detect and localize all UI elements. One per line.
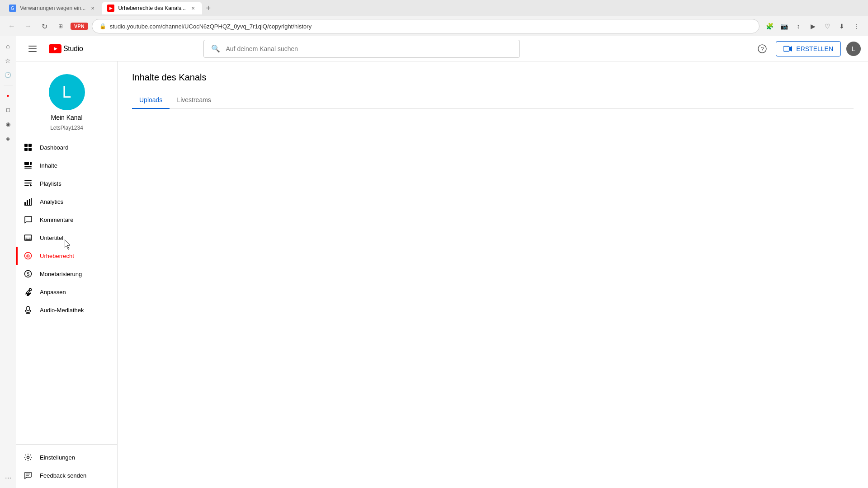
sync-icon[interactable]: ↕ (792, 20, 805, 33)
svg-text:©: © (26, 253, 30, 259)
play-icon[interactable]: ▶ (807, 20, 819, 33)
new-tab-button[interactable]: + (202, 2, 215, 14)
sidebar-divider (4, 85, 13, 85)
search-icon: 🔍 (211, 44, 220, 53)
nav-label-urheberrecht: Urheberrecht (40, 253, 74, 259)
yt-header: Studio 🔍 ? ERSTELLEN (16, 36, 868, 61)
header-search: 🔍 (203, 40, 520, 58)
svg-rect-7 (783, 46, 789, 51)
browser-tab-1[interactable]: G Verwarnungen wegen ein... ✕ (4, 2, 102, 14)
extensions-button[interactable]: ⊞ (54, 20, 67, 33)
tab-close-2[interactable]: ✕ (189, 5, 197, 12)
nav-item-inhalte[interactable]: Inhalte (16, 156, 117, 174)
svg-rect-19 (24, 185, 29, 186)
svg-point-34 (29, 289, 32, 291)
channel-avatar[interactable]: L (49, 74, 85, 110)
create-label: ERSTELLEN (796, 45, 833, 52)
menu-icon[interactable]: ⋮ (850, 20, 863, 33)
page-content: Inhalte des Kanals Uploads Livestreams (118, 61, 868, 488)
svg-rect-18 (24, 183, 32, 183)
nav-label-monetarisierung: Monetarisierung (40, 271, 82, 277)
monetarisierung-icon: $ (24, 269, 33, 278)
browser-sidebar-bottom[interactable]: ⋯ (2, 472, 14, 484)
studio-text: Studio (63, 45, 83, 53)
nav-item-analytics[interactable]: Analytics (16, 192, 117, 211)
back-button[interactable]: ← (5, 20, 18, 33)
svg-rect-23 (29, 199, 30, 205)
extensions-icon[interactable]: 🧩 (763, 20, 776, 33)
nav-item-anpassen[interactable]: Anpassen (16, 283, 117, 301)
heart-icon[interactable]: ♡ (821, 20, 834, 33)
browser-sidebar-home[interactable]: ⌂ (2, 40, 14, 52)
nav-label-kommentare: Kommentare (40, 216, 73, 223)
browser-sidebar-instagram[interactable]: ◻ (2, 103, 14, 116)
tab-close-1[interactable]: ✕ (89, 5, 96, 12)
nav-item-audio-mediathek[interactable]: Audio-Mediathek (16, 301, 117, 319)
nav-item-einstellungen[interactable]: Einstellungen (16, 448, 117, 466)
nav-item-urheberrecht[interactable]: © Urheberrecht (16, 247, 117, 265)
analytics-icon (24, 197, 33, 206)
nav-item-dashboard[interactable]: Dashboard (16, 138, 117, 156)
user-avatar[interactable]: L (846, 42, 861, 56)
browser-chrome: G Verwarnungen wegen ein... ✕ ▶ Urheberr… (0, 0, 868, 37)
audio-mediathek-icon (24, 305, 33, 314)
svg-rect-15 (24, 166, 32, 167)
header-right: ? ERSTELLEN L (754, 41, 861, 57)
nav-item-feedback[interactable]: Feedback senden (16, 466, 117, 484)
create-button[interactable]: ERSTELLEN (776, 41, 841, 56)
search-input[interactable] (226, 45, 512, 52)
forward-button[interactable]: → (22, 20, 34, 33)
address-bar[interactable]: 🔒 studio.youtube.com/channel/UCocN6zQPHQ… (92, 19, 760, 33)
tab-favicon-1: G (9, 5, 16, 12)
svg-rect-13 (24, 162, 29, 165)
nav-label-analytics: Analytics (40, 198, 63, 205)
nav-item-monetarisierung[interactable]: $ Monetarisierung (16, 265, 117, 283)
content-area (132, 120, 854, 300)
yt-studio-logo[interactable]: Studio (49, 44, 83, 53)
svg-rect-1 (28, 48, 37, 49)
search-box[interactable]: 🔍 (203, 40, 520, 58)
sidebar-nav: L Mein Kanal LetsPlay1234 (16, 61, 118, 488)
nav-label-feedback: Feedback senden (40, 472, 86, 479)
nav-item-kommentare[interactable]: Kommentare (16, 211, 117, 229)
kommentare-icon (24, 215, 33, 224)
svg-rect-22 (27, 200, 28, 205)
svg-point-38 (27, 456, 29, 459)
hamburger-button[interactable] (24, 40, 42, 58)
svg-rect-27 (25, 238, 28, 239)
nav-label-untertitel: Untertitel (40, 235, 63, 241)
browser-sidebar-notifications[interactable]: ◉ (2, 118, 14, 131)
svg-rect-9 (24, 144, 28, 147)
reload-button[interactable]: ↻ (38, 20, 51, 33)
svg-marker-20 (30, 184, 32, 187)
nav-item-untertitel[interactable]: Untertitel (16, 229, 117, 247)
browser-tab-2[interactable]: ▶ Urheberrechte des Kanals... ✕ (102, 2, 202, 14)
svg-rect-2 (28, 51, 37, 52)
dashboard-icon (24, 143, 33, 152)
browser-sidebar-bookmarks[interactable]: ☆ (2, 54, 14, 67)
einstellungen-icon (24, 453, 33, 462)
channel-info: L Mein Kanal LetsPlay1234 (16, 65, 117, 138)
help-button[interactable]: ? (754, 41, 770, 57)
browser-sidebar-history[interactable]: 🕐 (2, 69, 14, 81)
playlists-icon (24, 179, 33, 188)
channel-handle: LetsPlay1234 (50, 125, 83, 131)
svg-rect-25 (24, 205, 32, 206)
camera-icon[interactable]: 📷 (778, 20, 790, 33)
nav-item-playlists[interactable]: Playlists (16, 174, 117, 192)
tab-uploads[interactable]: Uploads (132, 92, 170, 109)
tabs-bar: Uploads Livestreams (132, 92, 854, 109)
browser-sidebar-games[interactable]: ◈ (2, 132, 14, 145)
browser-sidebar-whatsapp[interactable]: ● (2, 89, 14, 102)
address-text: studio.youtube.com/channel/UCocN6zQPHQZ_… (110, 23, 312, 30)
tab-livestreams[interactable]: Livestreams (170, 92, 218, 109)
tab-livestreams-label: Livestreams (177, 96, 211, 103)
svg-rect-24 (31, 198, 32, 205)
urheberrecht-icon: © (24, 251, 33, 260)
nav-label-dashboard: Dashboard (40, 144, 69, 151)
vpn-badge[interactable]: VPN (71, 23, 88, 30)
download-icon[interactable]: ⬇ (835, 20, 848, 33)
anpassen-icon (24, 287, 33, 296)
inhalte-icon (24, 161, 33, 170)
svg-rect-21 (24, 202, 26, 205)
